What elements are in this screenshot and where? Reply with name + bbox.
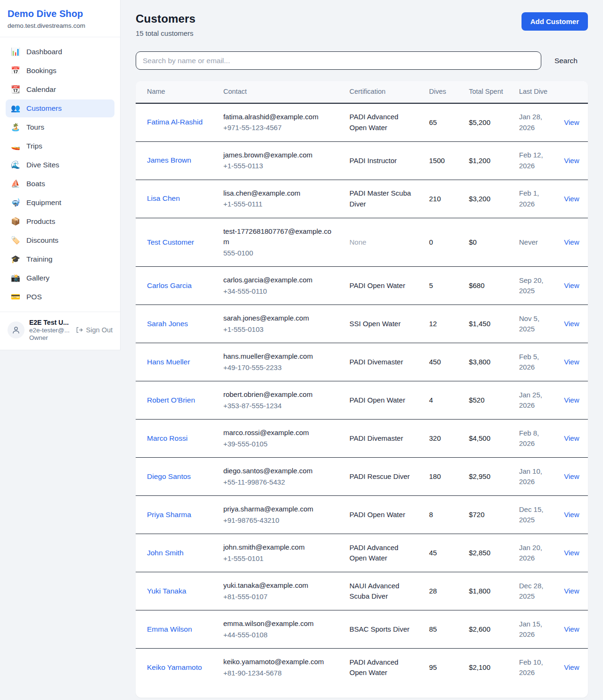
table-row: Test Customertest-1772681807767@example.…	[136, 218, 588, 267]
customer-dives: 85	[429, 625, 437, 633]
view-link[interactable]: View	[564, 118, 579, 126]
customer-name-link[interactable]: James Brown	[147, 156, 191, 164]
customer-name-link[interactable]: Test Customer	[147, 238, 194, 246]
table-row: Sarah Jonessarah.jones@example.com+1-555…	[136, 305, 588, 343]
search-input[interactable]	[136, 51, 541, 70]
customer-name-link[interactable]: Robert O'Brien	[147, 396, 195, 404]
sidebar-item-bookings[interactable]: 📅Bookings	[6, 62, 114, 80]
customer-phone: +91-98765-43210	[223, 515, 334, 526]
customer-dives: 450	[429, 358, 441, 366]
view-link[interactable]: View	[564, 472, 579, 480]
diving-mask-icon: 🤿	[10, 199, 21, 206]
sidebar-item-tours[interactable]: 🏝️Tours	[6, 118, 114, 136]
sidebar-item-label: Training	[26, 255, 52, 264]
user-icon	[12, 326, 20, 334]
customer-name-link[interactable]: Hans Mueller	[147, 358, 190, 366]
customer-certification: PADI Divemaster	[350, 358, 403, 366]
sidebar-item-discounts[interactable]: 🏷️Discounts	[6, 231, 114, 249]
customer-total-spent: $2,850	[469, 549, 490, 557]
customer-total-spent: $0	[469, 238, 477, 246]
customer-last-dive: Jan 28, 2026	[519, 113, 542, 132]
column-header-last-dive: Last Dive	[512, 81, 555, 103]
customer-dives: 5	[429, 281, 433, 289]
sidebar: Demo Dive Shop demo.test.divestreams.com…	[0, 0, 121, 350]
sidebar-item-boats[interactable]: ⛵Boats	[6, 175, 114, 193]
shop-domain: demo.test.divestreams.com	[8, 22, 113, 29]
customer-total-spent: $3,800	[469, 358, 490, 366]
search-button[interactable]: Search	[554, 57, 578, 65]
table-row: Diego Santosdiego.santos@example.com+55-…	[136, 458, 588, 496]
customer-name-link[interactable]: Carlos Garcia	[147, 281, 192, 289]
view-link[interactable]: View	[564, 396, 579, 404]
view-link[interactable]: View	[564, 238, 579, 246]
customer-name-link[interactable]: John Smith	[147, 549, 184, 557]
customer-email: john.smith@example.com	[223, 542, 334, 553]
view-link[interactable]: View	[564, 195, 579, 203]
sidebar-item-label: Tours	[26, 123, 44, 132]
customer-email: carlos.garcia@example.com	[223, 275, 334, 286]
sidebar-item-customers[interactable]: 👥Customers	[6, 99, 114, 117]
speedboat-icon: 🚤	[10, 142, 21, 150]
sidebar-item-trips[interactable]: 🚤Trips	[6, 137, 114, 155]
sidebar-item-dashboard[interactable]: 📊Dashboard	[6, 43, 114, 61]
sidebar-item-label: Customers	[26, 104, 62, 113]
sidebar-item-training[interactable]: 🎓Training	[6, 250, 114, 268]
column-header-certification: Certification	[342, 81, 422, 103]
customer-email: sarah.jones@example.com	[223, 313, 334, 324]
customer-name-link[interactable]: Lisa Chen	[147, 194, 180, 202]
customer-name-link[interactable]: Marco Rossi	[147, 434, 187, 442]
customer-email: yuki.tanaka@example.com	[223, 580, 334, 591]
sign-out-button[interactable]: Sign Out	[75, 326, 113, 334]
add-customer-button[interactable]: Add Customer	[522, 12, 588, 31]
sidebar-item-gallery[interactable]: 📸Gallery	[6, 269, 114, 287]
view-link[interactable]: View	[564, 281, 579, 289]
customer-dives: 0	[429, 238, 433, 246]
table-row: James Brownjames.brown@example.com+1-555…	[136, 141, 588, 180]
customer-phone: +1-555-0113	[223, 161, 334, 172]
view-link[interactable]: View	[564, 434, 579, 442]
customer-phone: +1-555-0101	[223, 553, 334, 564]
view-link[interactable]: View	[564, 587, 579, 595]
customer-certification: PADI Advanced Open Water	[350, 658, 399, 677]
customer-dives: 320	[429, 434, 441, 442]
customer-certification: PADI Rescue Diver	[350, 472, 410, 480]
customer-phone: +971-55-123-4567	[223, 123, 334, 133]
view-link[interactable]: View	[564, 320, 579, 328]
customer-name-link[interactable]: Yuki Tanaka	[147, 587, 186, 595]
customer-total-spent: $720	[469, 511, 484, 519]
customer-last-dive: Nov 5, 2025	[519, 314, 539, 333]
people-icon: 👥	[10, 105, 21, 112]
sidebar-item-label: Gallery	[26, 274, 49, 282]
sidebar-item-dive-sites[interactable]: 🌊Dive Sites	[6, 156, 114, 174]
graduation-cap-icon: 🎓	[10, 255, 21, 263]
customer-name-link[interactable]: Priya Sharma	[147, 511, 191, 519]
customer-certification: PADI Instructor	[350, 156, 397, 165]
sidebar-item-calendar[interactable]: 📆Calendar	[6, 81, 114, 99]
customer-last-dive: Feb 5, 2026	[519, 353, 539, 371]
customer-last-dive: Feb 10, 2026	[519, 658, 543, 677]
customer-name-link[interactable]: Fatima Al-Rashid	[147, 118, 203, 126]
customer-last-dive: Jan 10, 2026	[519, 467, 542, 486]
customer-certification: PADI Open Water	[350, 396, 405, 404]
sidebar-item-pos[interactable]: 💳POS	[6, 288, 114, 306]
customer-last-dive: Jan 15, 2026	[519, 620, 542, 639]
customer-name-link[interactable]: Emma Wilson	[147, 625, 192, 633]
table-row: Priya Sharmapriya.sharma@example.com+91-…	[136, 496, 588, 534]
view-link[interactable]: View	[564, 663, 579, 671]
sidebar-item-products[interactable]: 📦Products	[6, 213, 114, 231]
table-row: Hans Muellerhans.mueller@example.com+49-…	[136, 343, 588, 381]
customer-phone: +34-555-0110	[223, 286, 334, 297]
sidebar-item-equipment[interactable]: 🤿Equipment	[6, 194, 114, 212]
view-link[interactable]: View	[564, 625, 579, 633]
view-link[interactable]: View	[564, 358, 579, 366]
customer-phone: +1-555-0111	[223, 199, 334, 210]
view-link[interactable]: View	[564, 156, 579, 165]
shop-name[interactable]: Demo Dive Shop	[8, 8, 113, 19]
customer-name-link[interactable]: Keiko Yamamoto	[147, 663, 202, 671]
view-link[interactable]: View	[564, 511, 579, 519]
customer-name-link[interactable]: Sarah Jones	[147, 320, 188, 328]
view-link[interactable]: View	[564, 549, 579, 557]
customer-name-link[interactable]: Diego Santos	[147, 472, 191, 480]
customer-certification: BSAC Sports Diver	[350, 625, 410, 633]
table-header-row: NameContactCertificationDivesTotal Spent…	[136, 81, 588, 103]
